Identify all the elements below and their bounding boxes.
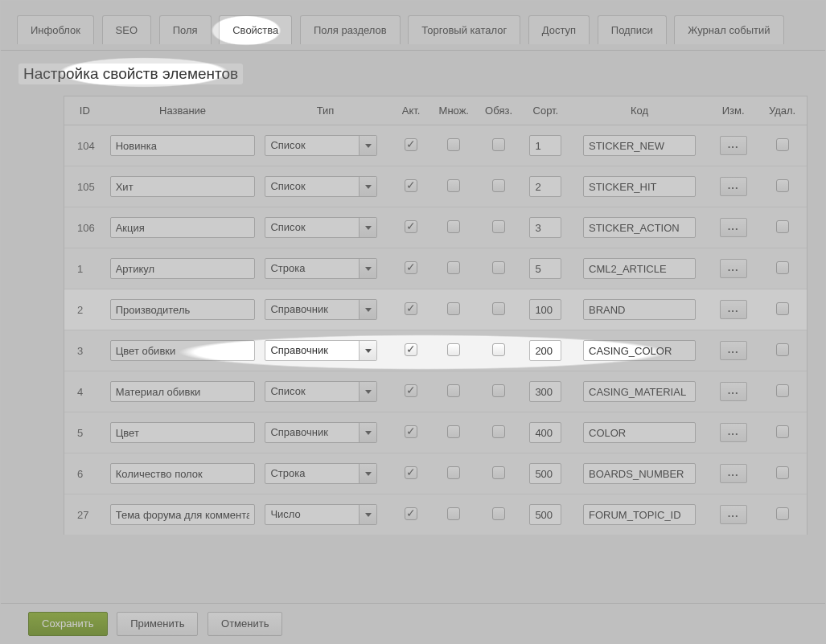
edit-button[interactable]: ... (720, 136, 747, 155)
tab-access[interactable]: Доступ (528, 15, 590, 44)
chevron-down-icon[interactable] (359, 177, 376, 196)
tab-infoblock[interactable]: Инфоблок (17, 15, 94, 44)
required-checkbox[interactable] (492, 179, 505, 192)
code-input[interactable] (583, 340, 696, 361)
active-checkbox[interactable] (405, 425, 417, 438)
name-input[interactable] (110, 217, 256, 238)
name-input[interactable] (110, 135, 256, 156)
edit-button[interactable]: ... (720, 177, 747, 196)
required-checkbox[interactable] (492, 261, 505, 274)
delete-checkbox[interactable] (776, 343, 789, 356)
chevron-down-icon[interactable] (359, 505, 376, 524)
type-select[interactable]: Список (265, 381, 377, 402)
tab-catalog[interactable]: Торговый каталог (408, 15, 520, 44)
chevron-down-icon[interactable] (359, 382, 376, 401)
active-checkbox[interactable] (405, 261, 417, 274)
active-checkbox[interactable] (405, 466, 417, 479)
required-checkbox[interactable] (492, 425, 505, 438)
delete-checkbox[interactable] (776, 179, 789, 192)
type-select[interactable]: Число (265, 504, 377, 525)
active-checkbox[interactable] (405, 220, 417, 233)
sort-input[interactable] (529, 381, 561, 402)
multiple-checkbox[interactable] (447, 302, 460, 315)
edit-button[interactable]: ... (720, 341, 747, 360)
save-button[interactable]: Сохранить (28, 612, 108, 636)
code-input[interactable] (583, 381, 696, 402)
sort-input[interactable] (529, 217, 561, 238)
name-input[interactable] (110, 299, 256, 320)
multiple-checkbox[interactable] (447, 220, 460, 233)
edit-button[interactable]: ... (720, 218, 747, 237)
name-input[interactable] (110, 340, 256, 361)
name-input[interactable] (110, 504, 256, 525)
type-select[interactable]: Список (265, 176, 377, 197)
chevron-down-icon[interactable] (359, 464, 376, 483)
required-checkbox[interactable] (492, 138, 505, 151)
active-checkbox[interactable] (405, 179, 417, 192)
sort-input[interactable] (529, 463, 561, 484)
required-checkbox[interactable] (492, 220, 505, 233)
chevron-down-icon[interactable] (359, 218, 376, 237)
sort-input[interactable] (529, 135, 561, 156)
chevron-down-icon[interactable] (359, 300, 376, 319)
multiple-checkbox[interactable] (447, 507, 460, 520)
type-select[interactable]: Справочник (265, 422, 377, 443)
multiple-checkbox[interactable] (447, 179, 460, 192)
active-checkbox[interactable] (405, 384, 417, 397)
required-checkbox[interactable] (492, 343, 505, 356)
delete-checkbox[interactable] (776, 507, 789, 520)
code-input[interactable] (583, 422, 696, 443)
active-checkbox[interactable] (405, 343, 417, 356)
delete-checkbox[interactable] (776, 302, 789, 315)
apply-button[interactable]: Применить (117, 612, 198, 636)
tab-event-log[interactable]: Журнал событий (674, 15, 783, 44)
name-input[interactable] (110, 422, 256, 443)
delete-checkbox[interactable] (776, 384, 789, 397)
multiple-checkbox[interactable] (447, 343, 460, 356)
required-checkbox[interactable] (492, 302, 505, 315)
delete-checkbox[interactable] (776, 425, 789, 438)
sort-input[interactable] (529, 504, 561, 525)
sort-input[interactable] (529, 299, 561, 320)
code-input[interactable] (583, 258, 696, 279)
sort-input[interactable] (529, 176, 561, 197)
delete-checkbox[interactable] (776, 220, 789, 233)
multiple-checkbox[interactable] (447, 425, 460, 438)
code-input[interactable] (583, 135, 696, 156)
code-input[interactable] (583, 217, 696, 238)
delete-checkbox[interactable] (776, 138, 789, 151)
required-checkbox[interactable] (492, 466, 505, 479)
chevron-down-icon[interactable] (359, 259, 376, 278)
active-checkbox[interactable] (405, 138, 417, 151)
name-input[interactable] (110, 381, 256, 402)
cancel-button[interactable]: Отменить (208, 612, 282, 636)
multiple-checkbox[interactable] (447, 384, 460, 397)
type-select[interactable]: Справочник (265, 299, 377, 320)
chevron-down-icon[interactable] (359, 136, 376, 155)
edit-button[interactable]: ... (720, 300, 747, 319)
type-select[interactable]: Строка (265, 463, 377, 484)
multiple-checkbox[interactable] (447, 261, 460, 274)
required-checkbox[interactable] (492, 507, 505, 520)
type-select[interactable]: Список (265, 217, 377, 238)
chevron-down-icon[interactable] (359, 423, 376, 442)
code-input[interactable] (583, 176, 696, 197)
edit-button[interactable]: ... (720, 382, 747, 401)
tab-properties[interactable]: Свойства (219, 15, 292, 44)
code-input[interactable] (583, 299, 696, 320)
type-select[interactable]: Строка (265, 258, 377, 279)
tab-seo[interactable]: SEO (102, 15, 151, 44)
sort-input[interactable] (529, 422, 561, 443)
code-input[interactable] (583, 504, 696, 525)
tab-captions[interactable]: Подписи (598, 15, 667, 44)
type-select[interactable]: Список (265, 135, 377, 156)
delete-checkbox[interactable] (776, 261, 789, 274)
required-checkbox[interactable] (492, 384, 505, 397)
delete-checkbox[interactable] (776, 466, 789, 479)
type-select[interactable]: Справочник (265, 340, 377, 361)
sort-input[interactable] (529, 340, 561, 361)
multiple-checkbox[interactable] (447, 466, 460, 479)
name-input[interactable] (110, 176, 256, 197)
edit-button[interactable]: ... (720, 423, 747, 442)
edit-button[interactable]: ... (720, 464, 747, 483)
